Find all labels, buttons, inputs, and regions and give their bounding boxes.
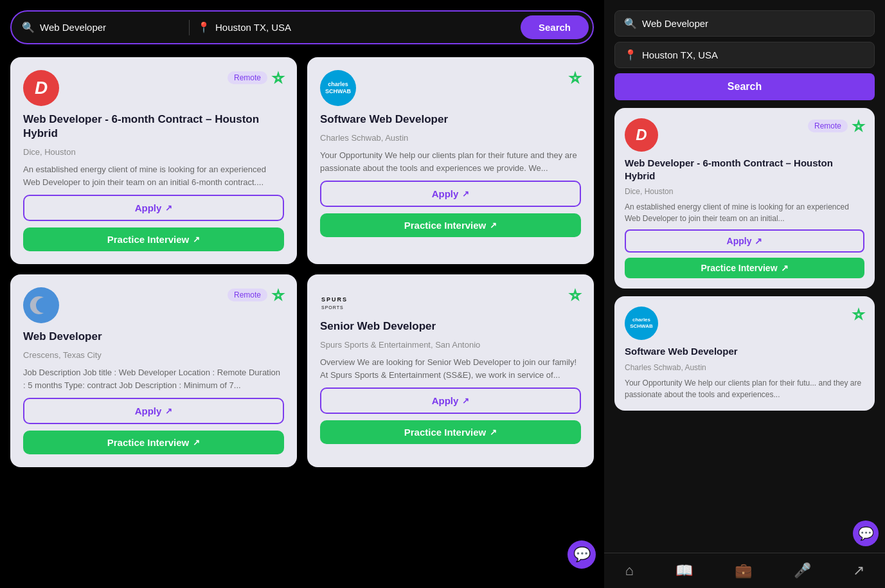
- right-location-icon: 📍: [624, 49, 637, 61]
- right-card-badges-2: ☆: [853, 307, 864, 322]
- apply-label-2: Apply: [432, 188, 459, 199]
- spurs-logo: SPURS SPORTS: [320, 287, 371, 313]
- card-badges-3: Remote ☆: [228, 287, 284, 303]
- job-card-2: charlesSCHWAB ☆ Software Web Developer C…: [307, 57, 594, 264]
- practice-ext-icon-3: ↗: [193, 438, 200, 447]
- right-practice-label-1: Practice Interview: [701, 263, 777, 273]
- keyword-input[interactable]: [40, 22, 181, 33]
- star-icon-4[interactable]: ☆: [569, 287, 581, 303]
- nav-book-icon[interactable]: 📖: [668, 560, 701, 582]
- apply-button-3[interactable]: Apply ↗: [23, 398, 284, 424]
- remote-badge-3: Remote: [228, 289, 267, 301]
- job-desc-1: An established energy client of mine is …: [23, 163, 284, 188]
- job-company-2: Charles Schwab, Austin: [320, 133, 581, 143]
- apply-button-1[interactable]: Apply ↗: [23, 195, 284, 221]
- chat-bubble[interactable]: 💬: [568, 540, 596, 569]
- job-desc-4: Overview We are looking for Senior Web D…: [320, 356, 581, 381]
- apply-label-1: Apply: [135, 202, 162, 213]
- right-location-wrap: 📍: [614, 42, 875, 68]
- right-search-section: 🔍 📍 Search: [614, 10, 875, 100]
- practice-button-4[interactable]: Practice Interview ↗: [320, 420, 581, 444]
- card-top-row-4: SPURS SPORTS ☆: [320, 287, 581, 313]
- schwab-logo: charlesSCHWAB: [320, 70, 356, 106]
- right-search-icon: 🔍: [624, 17, 637, 30]
- job-title-1: Web Developer - 6-month Contract – Houst…: [23, 112, 284, 141]
- right-search-input-wrap: 🔍: [614, 10, 875, 37]
- job-company-1: Dice, Houston: [23, 147, 284, 157]
- practice-ext-icon-4: ↗: [490, 427, 497, 437]
- right-remote-badge-1: Remote: [808, 120, 848, 132]
- right-star-icon-1[interactable]: ☆: [853, 118, 864, 134]
- apply-ext-icon-2: ↗: [462, 189, 469, 199]
- right-apply-label-1: Apply: [727, 236, 752, 246]
- remote-badge: Remote: [228, 71, 267, 84]
- right-job-desc-1: An established energy client of mine is …: [625, 201, 864, 224]
- bottom-nav: ⌂ 📖 💼 🎤 ↗: [604, 553, 885, 588]
- apply-ext-icon-4: ↗: [462, 396, 469, 405]
- right-card-top-2: charlesSCHWAB ☆: [625, 307, 864, 340]
- job-card-3: Remote ☆ Web Developer Crescens, Texas C…: [10, 274, 297, 467]
- star-icon-3[interactable]: ☆: [273, 287, 284, 303]
- apply-button-2[interactable]: Apply ↗: [320, 181, 581, 207]
- job-desc-2: Your Opportunity We help our clients pla…: [320, 149, 581, 174]
- right-keyword-input[interactable]: [642, 18, 865, 29]
- card-badges-1: Remote ☆: [228, 70, 284, 85]
- practice-label-4: Practice Interview: [404, 427, 487, 438]
- apply-button-4[interactable]: Apply ↗: [320, 388, 581, 414]
- svg-text:SPURS: SPURS: [321, 296, 348, 303]
- nav-exit-icon[interactable]: ↗: [845, 560, 872, 582]
- nav-home-icon[interactable]: ⌂: [617, 560, 641, 582]
- right-job-company-1: Dice, Houston: [625, 187, 864, 196]
- right-dice-logo: D: [625, 118, 658, 152]
- card-badges-2: ☆: [569, 70, 581, 85]
- nav-suitcase-icon[interactable]: 💼: [727, 560, 760, 582]
- star-icon-2[interactable]: ☆: [569, 70, 581, 85]
- job-card-1: D Remote ☆ Web Developer - 6-month Contr…: [10, 57, 297, 264]
- apply-ext-icon-1: ↗: [165, 203, 172, 213]
- practice-button-3[interactable]: Practice Interview ↗: [23, 431, 284, 454]
- card-top-row-3: Remote ☆: [23, 287, 284, 323]
- right-job-title-1: Web Developer - 6-month Contract – Houst…: [625, 157, 864, 182]
- location-icon: 📍: [197, 21, 210, 33]
- job-desc-3: Job Description Job title : Web Develope…: [23, 366, 284, 391]
- svg-text:SPORTS: SPORTS: [321, 305, 344, 310]
- practice-button-1[interactable]: Practice Interview ↗: [23, 227, 284, 251]
- crescens-logo: [23, 287, 59, 323]
- right-practice-button-1[interactable]: Practice Interview ↗: [625, 258, 864, 278]
- job-title-4: Senior Web Developer: [320, 319, 581, 334]
- apply-label-3: Apply: [135, 405, 162, 416]
- divider: [189, 20, 190, 35]
- right-star-icon-2[interactable]: ☆: [853, 307, 864, 322]
- right-location-input[interactable]: [642, 49, 865, 60]
- location-input[interactable]: [215, 22, 521, 33]
- right-card-badges-1: Remote ☆: [808, 118, 864, 134]
- right-card-top-1: D Remote ☆: [625, 118, 864, 152]
- job-company-3: Crescens, Texas City: [23, 350, 284, 360]
- right-schwab-logo: charlesSCHWAB: [625, 307, 658, 340]
- dice-logo: D: [23, 70, 59, 106]
- right-job-card-1: D Remote ☆ Web Developer - 6-month Contr…: [614, 108, 875, 289]
- right-search-button[interactable]: Search: [614, 73, 875, 100]
- search-icon: 🔍: [22, 21, 35, 33]
- search-bar: 🔍 📍 Search: [10, 10, 594, 44]
- right-job-title-2: Software Web Developer: [625, 345, 864, 358]
- practice-ext-icon-1: ↗: [193, 235, 200, 244]
- practice-button-2[interactable]: Practice Interview ↗: [320, 213, 581, 237]
- right-chat-bubble[interactable]: 💬: [853, 521, 879, 546]
- card-top-row-1: D Remote ☆: [23, 70, 284, 106]
- card-badges-4: ☆: [569, 287, 581, 303]
- right-practice-ext-1: ↗: [781, 263, 789, 273]
- apply-label-4: Apply: [432, 395, 459, 406]
- job-company-4: Spurs Sports & Entertainment, San Antoni…: [320, 340, 581, 350]
- search-button[interactable]: Search: [521, 15, 589, 39]
- practice-label-1: Practice Interview: [107, 234, 190, 245]
- nav-mic-icon[interactable]: 🎤: [786, 560, 819, 582]
- card-top-row-2: charlesSCHWAB ☆: [320, 70, 581, 106]
- star-icon[interactable]: ☆: [273, 70, 284, 85]
- right-apply-button-1[interactable]: Apply ↗: [625, 229, 864, 253]
- practice-ext-icon-2: ↗: [490, 220, 497, 230]
- job-title-2: Software Web Developer: [320, 112, 581, 127]
- right-job-card-2: charlesSCHWAB ☆ Software Web Developer C…: [614, 296, 875, 411]
- apply-ext-icon-3: ↗: [165, 406, 172, 416]
- job-card-4: SPURS SPORTS ☆ Senior Web Developer Spur…: [307, 274, 594, 467]
